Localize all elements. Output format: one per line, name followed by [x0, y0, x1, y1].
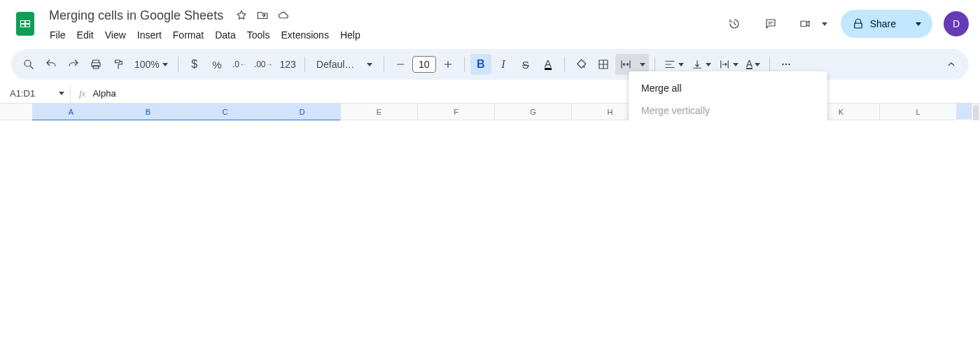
share-button[interactable]: Share [841, 10, 932, 38]
font-select[interactable]: Defaul… [311, 54, 378, 75]
svg-point-1 [24, 60, 31, 66]
decrease-font-icon[interactable] [390, 54, 411, 75]
merge-all-item[interactable]: Merge all [629, 77, 827, 99]
menu-tools[interactable]: Tools [242, 27, 275, 43]
borders-button[interactable] [593, 54, 614, 75]
svg-point-7 [788, 64, 790, 65]
svg-point-6 [785, 64, 787, 65]
formula-value: Alpha [92, 88, 115, 99]
share-label: Share [870, 18, 896, 29]
col-header-L[interactable]: L [880, 104, 957, 120]
spreadsheet-grid[interactable]: ABCDEFGHIJKL1AlphaBravoCharlieDelta2Echo… [0, 104, 980, 120]
lock-icon [852, 17, 864, 30]
menu-file[interactable]: File [45, 27, 71, 43]
history-icon[interactable] [720, 10, 748, 38]
menu-edit[interactable]: Edit [72, 27, 99, 43]
header-right: Share D [720, 6, 969, 38]
col-header-G[interactable]: G [495, 104, 572, 120]
merge-menu: Merge all Merge vertically Merge horizon… [629, 71, 827, 120]
search-menus-icon[interactable] [18, 54, 39, 75]
toolbar: 100% $ % .0← .00→ 123 Defaul… 10 B I S A [11, 49, 969, 80]
star-icon[interactable] [234, 8, 248, 22]
col-header-E[interactable]: E [341, 104, 418, 120]
bold-button[interactable]: B [470, 54, 491, 75]
name-box-value: A1:D1 [10, 88, 35, 99]
strikethrough-button[interactable]: S [515, 54, 536, 75]
menu-insert[interactable]: Insert [132, 27, 167, 43]
select-all-corner[interactable] [0, 104, 33, 120]
app-header: Merging cells in Google Sheets FileEditV… [0, 0, 980, 45]
col-header-B[interactable]: B [110, 104, 187, 120]
font-size-input[interactable]: 10 [412, 56, 436, 73]
formula-bar[interactable]: fx Alpha [70, 84, 980, 103]
name-box[interactable]: A1:D1 [0, 84, 70, 103]
menu-data[interactable]: Data [210, 27, 241, 43]
meet-icon[interactable] [793, 10, 817, 38]
menu-bar: FileEditViewInsertFormatDataToolsExtensi… [45, 25, 365, 45]
format-currency-icon[interactable]: $ [184, 54, 205, 75]
share-dropdown-icon[interactable] [909, 22, 928, 26]
redo-icon[interactable] [63, 54, 84, 75]
fx-icon: fx [79, 88, 85, 99]
print-icon[interactable] [85, 54, 106, 75]
zoom-value: 100% [134, 59, 160, 70]
decrease-decimal-icon[interactable]: .0← [229, 54, 250, 75]
paint-format-icon[interactable] [108, 54, 129, 75]
account-avatar[interactable]: D [944, 11, 969, 36]
fill-color-button[interactable] [570, 54, 592, 75]
svg-rect-3 [93, 66, 99, 69]
formula-row: A1:D1 fx Alpha [0, 84, 980, 104]
col-header-C[interactable]: C [187, 104, 264, 120]
col-header-F[interactable]: F [418, 104, 495, 120]
menu-view[interactable]: View [100, 27, 131, 43]
sheets-logo[interactable] [11, 10, 39, 38]
meet-dropdown-icon[interactable] [817, 10, 832, 38]
merge-vertically-item: Merge vertically [629, 99, 827, 120]
menu-extensions[interactable]: Extensions [276, 27, 333, 43]
svg-point-5 [782, 64, 783, 65]
text-color-button[interactable]: A [538, 54, 559, 75]
format-percent-icon[interactable]: % [206, 54, 227, 75]
svg-rect-0 [854, 23, 862, 28]
font-name: Defaul… [316, 59, 354, 70]
cloud-status-icon[interactable] [276, 8, 290, 22]
italic-button[interactable]: I [493, 54, 514, 75]
undo-icon[interactable] [41, 54, 62, 75]
zoom-select[interactable]: 100% [130, 54, 172, 75]
menu-format[interactable]: Format [168, 27, 209, 43]
move-folder-icon[interactable] [255, 8, 270, 22]
comments-icon[interactable] [757, 10, 785, 38]
increase-font-icon[interactable] [438, 54, 458, 75]
menu-help[interactable]: Help [335, 27, 365, 43]
number-format-select[interactable]: 123 [277, 54, 299, 75]
col-header-D[interactable]: D [264, 104, 341, 120]
document-title[interactable]: Merging cells in Google Sheets [45, 7, 227, 24]
vertical-scrollbar[interactable] [972, 104, 980, 120]
increase-decimal-icon[interactable]: .00→ [251, 54, 276, 75]
collapse-toolbar-icon[interactable] [941, 54, 962, 75]
col-header-A[interactable]: A [33, 104, 110, 120]
